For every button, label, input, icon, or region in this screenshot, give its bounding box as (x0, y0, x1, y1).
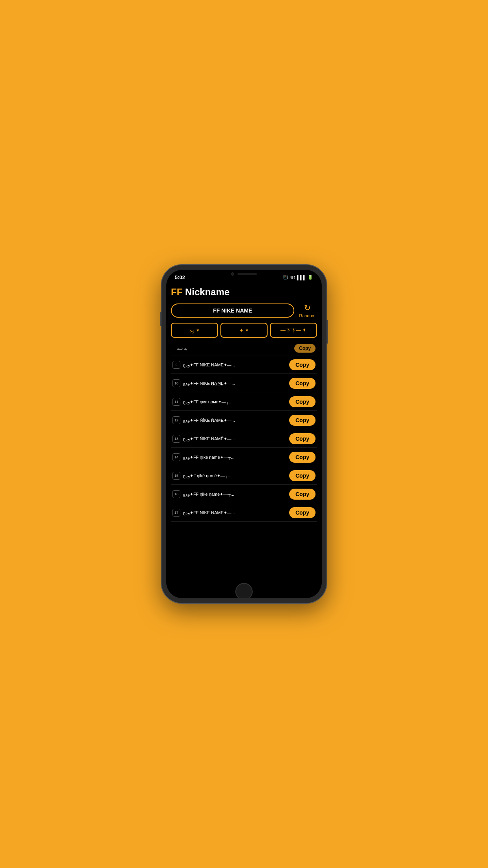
dropdown-1[interactable]: ﻭﻩ ▼ (171, 323, 218, 338)
list-item: 15 ﻭﻩﺝ✦ff ηikē ηαmē✦—┬... Copy (171, 467, 317, 485)
home-button[interactable] (235, 583, 253, 598)
copy-button-10[interactable]: Copy (289, 378, 316, 389)
list-item-partial: —ﺑﻪ ﺳﻪ Copy (171, 342, 317, 355)
copy-button-13[interactable]: Copy (289, 433, 316, 444)
copy-button-17[interactable]: Copy (289, 507, 316, 518)
item-number: 11 (172, 398, 180, 406)
item-number: 17 (172, 509, 180, 517)
partial-item-text: —ﺑﻪ ﺳﻪ (172, 346, 187, 351)
vibrate-icon: 📳 (283, 275, 288, 280)
list-item: 11 ﻭﻩﺝ✦FF ηιкε ηαмε✦—┬... Copy (171, 393, 317, 411)
copy-button-15[interactable]: Copy (289, 470, 316, 481)
item-text: ﻭﻩﺝ✦FF ηíke ηame✦—┬... (183, 455, 289, 460)
list-item: 14 ﻭﻩﺝ✦FF ηíke ηame✦—┬... Copy (171, 449, 317, 466)
item-number: 10 (172, 379, 180, 387)
random-button[interactable]: ↻ Random (297, 303, 317, 318)
camera (231, 272, 234, 276)
app-content: FF Nickname FF NIKE NAME ↻ Random ﻭﻩ ▼ ✦… (166, 282, 322, 587)
item-left: 13 ﻭﻩﺝ✦FF ŃIKĚ ŃAMĚ✦—... (172, 435, 289, 443)
speaker (237, 273, 257, 275)
item-left: 15 ﻭﻩﺝ✦ff ηikē ηαmē✦—┬... (172, 472, 289, 480)
item-left: 16 ﻭﻩﺝ✦FF ηike ηame✦—┬... (172, 490, 289, 498)
phone-frame: 5:02 📳 4G ▌▌▌ 🔋 FF Nickname FF NIKE NAME… (161, 265, 327, 603)
network-icon: 4G (290, 275, 295, 280)
item-text: ﻭﻩﺝ✦FF NIKE N̲A̲M̲E̲✦—... (183, 381, 289, 386)
random-label: Random (299, 313, 316, 318)
copy-button-11[interactable]: Copy (289, 396, 316, 407)
list-item: 17 ﻭﻩﺝ✦FF NIKE NAME✦—... Copy (171, 504, 317, 522)
item-left: 14 ﻭﻩﺝ✦FF ηíke ηame✦—┬... (172, 453, 289, 461)
dropdown-3[interactable]: —下下— ✦ (270, 323, 317, 338)
item-text: ﻭﻩﺝ✦ff ηikē ηαmē✦—┬... (183, 473, 289, 478)
item-left: 9 ﻭﻩﺝ✦FF NIKE NAME✦—... (172, 361, 289, 369)
dropdown-3-label: —下下— ✦ (281, 327, 307, 334)
item-text: ﻭﻩﺝ✦FF NIKE NAME✦—... (183, 510, 289, 515)
notch (216, 270, 272, 278)
ff-label: FF (171, 287, 182, 297)
home-bar (166, 587, 322, 598)
dropdown-1-label: ﻭﻩ (189, 327, 194, 333)
item-number: 12 (172, 416, 180, 424)
item-left: 12 ﻭﻩﺝ✦FF ŇĪKE ŇAME✦—... (172, 416, 289, 424)
title-label: Nickname (182, 287, 229, 297)
item-number: 16 (172, 490, 180, 498)
signal-icon: ▌▌▌ (297, 275, 306, 280)
list-item: 9 ﻭﻩﺝ✦FF NIKE NAME✦—... Copy (171, 356, 317, 374)
dropdown-2-label: ✦ (239, 327, 244, 333)
list-item: 13 ﻭﻩﺝ✦FF ŃIKĚ ŃAMĚ✦—... Copy (171, 430, 317, 448)
item-number: 14 (172, 453, 180, 461)
item-number: 15 (172, 472, 180, 480)
item-text: ﻭﻩﺝ✦FF ηike ηame✦—┬... (183, 492, 289, 497)
item-text: ﻭﻩﺝ✦FF ŇĪKE ŇAME✦—... (183, 418, 289, 423)
refresh-icon: ↻ (304, 303, 311, 313)
item-left: 17 ﻭﻩﺝ✦FF NIKE NAME✦—... (172, 509, 289, 517)
copy-button-12[interactable]: Copy (289, 415, 316, 426)
copy-button-14[interactable]: Copy (289, 452, 316, 463)
phone-screen: 5:02 📳 4G ▌▌▌ 🔋 FF Nickname FF NIKE NAME… (166, 270, 322, 598)
app-title: FF Nickname (171, 285, 317, 298)
chevron-down-icon-2: ▼ (245, 328, 249, 333)
search-input[interactable]: FF NIKE NAME (171, 303, 294, 318)
copy-button-16[interactable]: Copy (289, 489, 316, 500)
search-row: FF NIKE NAME ↻ Random (171, 303, 317, 318)
list-item: 12 ﻭﻩﺝ✦FF ŇĪKE ŇAME✦—... Copy (171, 412, 317, 429)
item-number: 13 (172, 435, 180, 443)
item-text: ﻭﻩﺝ✦FF ŃIKĚ ŃAMĚ✦—... (183, 436, 289, 441)
partial-copy-btn[interactable]: Copy (294, 344, 316, 353)
dropdowns-row: ﻭﻩ ▼ ✦ ▼ —下下— ✦ (171, 323, 317, 338)
list-item: 10 ﻭﻩﺝ✦FF NIKE N̲A̲M̲E̲✦—... Copy (171, 375, 317, 392)
item-text: ﻭﻩﺝ✦FF ηιкε ηαмε✦—┬... (183, 399, 289, 405)
dropdown-2[interactable]: ✦ ▼ (220, 323, 268, 338)
battery-icon: 🔋 (308, 275, 313, 280)
item-left: 10 ﻭﻩﺝ✦FF NIKE N̲A̲M̲E̲✦—... (172, 379, 289, 387)
status-time: 5:02 (175, 274, 185, 280)
results-list: —ﺑﻪ ﺳﻪ Copy 9 ﻭﻩﺝ✦FF NIKE NAME✦—... Copy… (171, 342, 317, 522)
item-left: 11 ﻭﻩﺝ✦FF ηιкε ηαмε✦—┬... (172, 398, 289, 406)
chevron-down-icon-1: ▼ (196, 328, 200, 333)
item-number: 9 (172, 361, 180, 369)
item-text: ﻭﻩﺝ✦FF NIKE NAME✦—... (183, 362, 289, 368)
list-item: 16 ﻭﻩﺝ✦FF ηike ηame✦—┬... Copy (171, 485, 317, 503)
copy-button-9[interactable]: Copy (289, 359, 316, 370)
status-icons: 📳 4G ▌▌▌ 🔋 (283, 275, 313, 280)
